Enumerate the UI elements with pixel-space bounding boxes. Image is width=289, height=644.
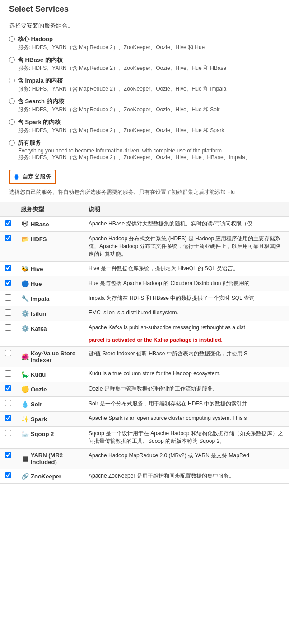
preset-option-all-services: 所有服务 Everything you need to become infor… xyxy=(9,139,280,161)
service-checkbox[interactable] xyxy=(5,400,11,406)
service-name: 🔧 Impala xyxy=(21,294,79,303)
service-checkbox-cell[interactable] xyxy=(0,217,16,232)
service-checkbox[interactable] xyxy=(5,265,11,271)
service-name-cell: 🔧 Impala xyxy=(16,291,84,306)
preset-label-search-core[interactable]: 含 Search 的内核 xyxy=(9,97,280,106)
service-icon: 🔧 xyxy=(21,294,29,303)
service-name: 🦢 Sqoop 2 xyxy=(21,430,79,438)
preset-option-hbase-core: 含 HBase 的内核 服务: HDFS、YARN（含 MapReduce 2）… xyxy=(9,56,280,72)
service-checkbox[interactable] xyxy=(5,350,11,356)
service-icon: 🦢 xyxy=(21,430,29,438)
service-name: 🔗 ZooKeeper xyxy=(21,472,79,480)
service-desc-cell: Apache ZooKeeper 是用于维护和同步配置数据的集中服务。 xyxy=(84,469,289,484)
service-checkbox[interactable] xyxy=(5,430,11,436)
service-name-cell: ⚙️ Kafka xyxy=(16,321,84,347)
preset-radio-hbase-core[interactable] xyxy=(9,57,15,63)
service-name-cell: Ⓗ HBase xyxy=(16,217,84,232)
col-header-desc: 说明 xyxy=(84,202,289,217)
preset-label-impala-core[interactable]: 含 Impala 的内核 xyxy=(9,77,280,85)
service-name-cell: 🐝 Hive xyxy=(16,262,84,276)
custom-desc: 选择您自己的服务。将自动包含所选服务需要的服务。只有在设置了初始群集之后才能添加… xyxy=(0,188,289,200)
service-name-cell: 🔗 ZooKeeper xyxy=(16,469,84,484)
preset-radio-spark-core[interactable] xyxy=(9,119,15,125)
service-checkbox[interactable] xyxy=(5,472,11,478)
custom-option[interactable]: 自定义服务 xyxy=(9,170,56,184)
service-desc: Apache HBase 提供对大型数据集的随机、实时的读/写访问权限（仅 xyxy=(89,220,284,228)
service-icon: 🦕 xyxy=(21,370,29,378)
preset-desc-spark-core: 服务: HDFS、YARN（含 MapReduce 2）、ZooKeeper、O… xyxy=(9,127,280,134)
service-checkbox-cell[interactable] xyxy=(0,291,16,306)
service-checkbox-cell[interactable] xyxy=(0,262,16,276)
service-checkbox[interactable] xyxy=(5,370,11,377)
service-desc: Apache Spark is an open source cluster c… xyxy=(89,415,284,421)
service-desc-cell: Oozie 是群集中管理数据处理作业的工作流协调服务。 xyxy=(84,382,289,397)
service-desc: Solr 是一个分布式服务，用于编制存储在 HDFS 中的数据的索引并 xyxy=(89,400,284,408)
service-checkbox-cell[interactable] xyxy=(0,347,16,367)
service-checkbox[interactable] xyxy=(5,452,11,458)
service-checkbox[interactable] xyxy=(5,294,11,301)
service-desc: Kudu is a true column store for the Hado… xyxy=(89,370,284,377)
service-name-text: Sqoop 2 xyxy=(31,431,54,437)
service-checkbox-cell[interactable] xyxy=(0,367,16,382)
service-checkbox-cell[interactable] xyxy=(0,397,16,412)
service-name-text: HBase xyxy=(31,221,49,228)
service-checkbox[interactable] xyxy=(5,385,11,391)
service-name-text: Solr xyxy=(31,401,42,408)
kafka-warning: parcel is activated or the Kafka package… xyxy=(89,337,223,343)
preset-label-hbase-core[interactable]: 含 HBase 的内核 xyxy=(9,56,280,64)
service-name-cell: ⚙️ Isilon xyxy=(16,306,84,321)
service-checkbox[interactable] xyxy=(5,280,11,286)
service-checkbox[interactable] xyxy=(5,309,11,316)
service-checkbox[interactable] xyxy=(5,235,11,241)
service-desc: EMC Isilon is a distributed filesystem. xyxy=(89,309,284,316)
preset-radio-core-hadoop[interactable] xyxy=(9,36,15,42)
service-icon: ⚙️ xyxy=(21,324,29,332)
service-checkbox-cell[interactable] xyxy=(0,469,16,484)
table-row: 🐝 Hive Hive 是一种数据仓库系统，提供名为 HiveQL 的 SQL … xyxy=(0,262,289,276)
preset-option-impala-core: 含 Impala 的内核 服务: HDFS、YARN（含 MapReduce 2… xyxy=(9,77,280,93)
service-checkbox-cell[interactable] xyxy=(0,321,16,347)
service-name-text: Hive xyxy=(31,266,43,272)
service-desc: Hive 是一种数据仓库系统，提供名为 HiveQL 的 SQL 类语言。 xyxy=(89,265,284,272)
service-desc: Apache Hadoop MapReduce 2.0 (MRv2) 或 YAR… xyxy=(89,452,284,460)
service-name-cell: 🟡 Oozie xyxy=(16,382,84,397)
preset-radio-impala-core[interactable] xyxy=(9,78,15,83)
preset-radio-all-services[interactable] xyxy=(9,140,15,146)
table-row: 📂 HDFS Apache Hadoop 分布式文件系统 (HDFS) 是 Ha… xyxy=(0,232,289,262)
service-desc-cell: Apache Hadoop MapReduce 2.0 (MRv2) 或 YAR… xyxy=(84,449,289,469)
service-checkbox-cell[interactable] xyxy=(0,412,16,427)
service-checkbox[interactable] xyxy=(5,415,11,421)
service-name-text: HDFS xyxy=(31,236,47,243)
service-name: 🔵 Hue xyxy=(21,280,79,288)
service-desc-cell: EMC Isilon is a distributed filesystem. xyxy=(84,306,289,321)
preset-label-all-services[interactable]: 所有服务 xyxy=(9,139,280,147)
intro-text: 选择要安装的服务组合。 xyxy=(0,17,289,33)
service-name-cell: 💧 Solr xyxy=(16,397,84,412)
service-checkbox-cell[interactable] xyxy=(0,306,16,321)
service-checkbox[interactable] xyxy=(5,220,11,226)
preset-label-spark-core[interactable]: 含 Spark 的内核 xyxy=(9,118,280,126)
service-checkbox-cell[interactable] xyxy=(0,232,16,262)
table-row: 🦕 Kudu Kudu is a true column store for t… xyxy=(0,367,289,382)
service-name: Ⓗ HBase xyxy=(21,220,79,228)
service-icon: ⚙️ xyxy=(21,309,29,317)
table-row: ⚙️ Isilon EMC Isilon is a distributed fi… xyxy=(0,306,289,321)
service-checkbox-cell[interactable] xyxy=(0,449,16,469)
preset-options: 核心 Hadoop 服务: HDFS、YARN（含 MapReduce 2）、Z… xyxy=(0,33,289,168)
service-desc-cell: Sqoop 是一个设计用于在 Apache Hadoop 和结构化数据存储（如关… xyxy=(84,427,289,449)
service-checkbox-cell[interactable] xyxy=(0,382,16,397)
service-name: 🐝 Hive xyxy=(21,265,79,273)
service-name-text: Oozie xyxy=(31,386,47,393)
service-name: 🟡 Oozie xyxy=(21,385,79,393)
service-checkbox[interactable] xyxy=(5,324,11,331)
preset-label-core-hadoop[interactable]: 核心 Hadoop xyxy=(9,35,280,43)
service-checkbox-cell[interactable] xyxy=(0,427,16,449)
service-name: 💧 Solr xyxy=(21,400,79,408)
service-checkbox-cell[interactable] xyxy=(0,276,16,291)
service-name: ✨ Spark xyxy=(21,415,79,423)
preset-radio-search-core[interactable] xyxy=(9,98,15,104)
service-name: ▦ YARN (MR2Included) xyxy=(21,452,79,465)
custom-radio[interactable] xyxy=(14,174,19,180)
table-row: 🔗 ZooKeeper Apache ZooKeeper 是用于维护和同步配置数… xyxy=(0,469,289,484)
custom-label[interactable]: 自定义服务 xyxy=(22,173,51,181)
